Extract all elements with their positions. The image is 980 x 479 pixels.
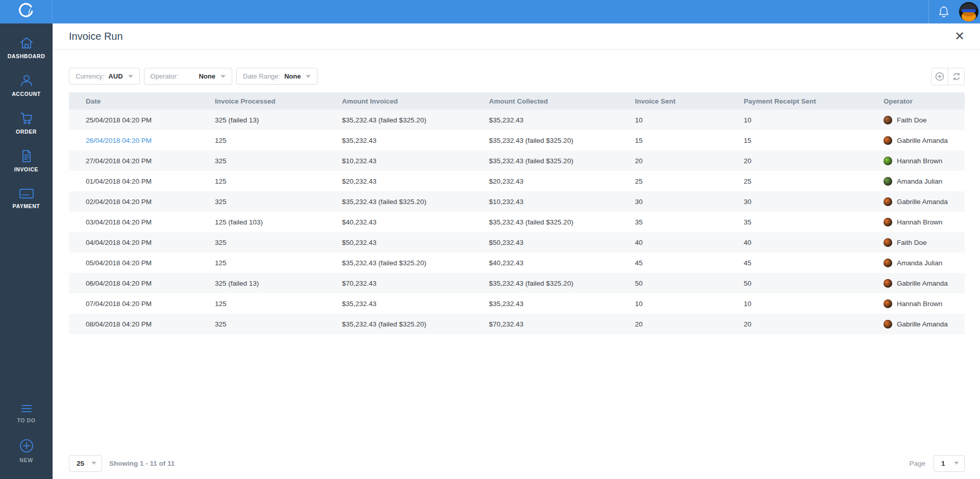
date-text[interactable]: 26/04/2018 04:20 PM (86, 137, 152, 144)
cell-invoice-sent: 20 (618, 314, 727, 334)
operator-name: Faith Doe (897, 116, 927, 124)
brand-logo-icon[interactable] (0, 0, 53, 23)
notifications-bell-icon[interactable] (929, 0, 959, 23)
chevron-down-icon (128, 75, 133, 78)
sidebar-item-new[interactable]: NEW (0, 434, 53, 468)
cell-invoice-processed: 325 (198, 150, 325, 171)
page-title: Invoice Run (69, 31, 123, 42)
cell-amount-invoiced: $35,232.43 (failed $325.20) (325, 314, 472, 334)
home-icon (19, 36, 34, 49)
cell-invoice-processed: 125 (198, 171, 325, 191)
cell-amount-collected: $35,232.43 (472, 110, 618, 130)
date-range-filter-dropdown[interactable]: Date Range: None (236, 68, 318, 85)
cell-invoice-processed: 325 (198, 232, 325, 253)
page-size-value: 25 (77, 460, 84, 467)
date-text: 02/04/2018 04:20 PM (86, 198, 152, 206)
close-icon[interactable]: ✕ (954, 30, 965, 42)
cell-amount-invoiced: $50,232.43 (325, 232, 472, 253)
operator-name: Hannah Brown (897, 218, 942, 226)
cart-icon (19, 112, 34, 125)
cell-amount-invoiced: $35,232.43 (failed $325.20) (325, 191, 472, 212)
cell-invoice-processed: 125 (failed 103) (198, 212, 325, 232)
table-row[interactable]: 26/04/2018 04:20 PM 125 $35,232.43 $35,2… (69, 130, 965, 150)
table-row[interactable]: 06/04/2018 04:20 PM 325 (failed 13) $70,… (69, 273, 965, 293)
cell-amount-invoiced: $35,232.43 (failed $325.20) (325, 110, 472, 130)
date-text: 07/04/2018 04:20 PM (86, 300, 152, 308)
table-row[interactable]: 05/04/2018 04:20 PM 125 $35,232.43 (fail… (69, 253, 965, 273)
column-header-amount-invoiced: Amount Invoiced (325, 92, 472, 110)
date-text: 25/04/2018 04:20 PM (86, 116, 152, 124)
cell-amount-collected: $40,232.43 (472, 253, 618, 273)
sidebar-item-account[interactable]: ACCOUNT (0, 69, 53, 102)
sidebar-item-label: ORDER (16, 129, 37, 135)
table-row[interactable]: 08/04/2018 04:20 PM 325 $35,232.43 (fail… (69, 314, 965, 334)
table-row[interactable]: 01/04/2018 04:20 PM 125 $20,232.43 $20,2… (69, 171, 965, 191)
table-row[interactable]: 25/04/2018 04:20 PM 325 (failed 13) $35,… (69, 110, 965, 130)
operator-filter-dropdown[interactable]: Operator: None (144, 68, 232, 85)
page-number-select[interactable]: 1 (934, 455, 965, 472)
table-row[interactable]: 02/04/2018 04:20 PM 325 $35,232.43 (fail… (69, 191, 965, 212)
page-size-select[interactable]: 25 (69, 455, 102, 472)
operator-avatar (884, 177, 892, 186)
cell-invoice-sent: 15 (618, 130, 727, 150)
cell-operator: Amanda Julian (867, 253, 965, 273)
refresh-button[interactable] (948, 68, 964, 85)
cell-payment-receipt-sent: 10 (727, 110, 867, 130)
cell-amount-collected: $35,232.43 (failed $325.20) (472, 130, 618, 150)
table-actions (931, 68, 965, 85)
date-text: 05/04/2018 04:20 PM (86, 259, 152, 267)
user-avatar[interactable] (959, 2, 979, 22)
sidebar-item-invoice[interactable]: INVOICE (0, 145, 53, 177)
cell-operator: Hannah Brown (867, 293, 965, 314)
operator-avatar (884, 279, 892, 288)
cell-date: 01/04/2018 04:20 PM (69, 171, 198, 191)
cell-payment-receipt-sent: 40 (727, 232, 867, 253)
operator-avatar (884, 197, 892, 206)
chevron-down-icon (220, 75, 226, 78)
sidebar-item-order[interactable]: ORDER (0, 107, 53, 139)
cell-payment-receipt-sent: 50 (727, 273, 867, 293)
cell-payment-receipt-sent: 10 (727, 293, 867, 314)
cell-amount-invoiced: $35,232.43 (325, 130, 472, 150)
cell-invoice-processed: 325 (198, 314, 325, 334)
table-row[interactable]: 07/04/2018 04:20 PM 125 $35,232.43 $35,2… (69, 293, 965, 314)
operator-name: Amanda Julian (897, 178, 942, 185)
cell-invoice-processed: 125 (198, 293, 325, 314)
sidebar-item-payment[interactable]: PAYMENT (0, 183, 53, 214)
cell-payment-receipt-sent: 15 (727, 130, 867, 150)
table-row[interactable]: 27/04/2018 04:20 PM 325 $10,232.43 $35,2… (69, 150, 965, 171)
operator-avatar (884, 218, 892, 226)
cell-operator: Hannah Brown (867, 212, 965, 232)
cell-payment-receipt-sent: 20 (727, 150, 867, 171)
cell-date: 25/04/2018 04:20 PM (69, 110, 198, 130)
table-row[interactable]: 03/04/2018 04:20 PM 125 (failed 103) $40… (69, 212, 965, 232)
cell-amount-invoiced: $35,232.43 (325, 293, 472, 314)
add-invoice-run-button[interactable] (932, 68, 948, 85)
person-icon (19, 74, 34, 87)
cell-amount-invoiced: $20,232.43 (325, 171, 472, 191)
cell-amount-collected: $35,232.43 (failed $325.20) (472, 273, 618, 293)
cell-amount-collected: $50,232.43 (472, 232, 618, 253)
cell-invoice-processed: 325 (198, 191, 325, 212)
cell-payment-receipt-sent: 45 (727, 253, 867, 273)
sidebar-item-dashboard[interactable]: DASHBOARD (0, 32, 53, 64)
sidebar-item-label: PAYMENT (13, 203, 40, 209)
sidebar-item-todo[interactable]: TO DO (0, 399, 53, 428)
credit-card-icon (19, 187, 34, 199)
cell-amount-collected: $70,232.43 (472, 314, 618, 334)
chevron-down-icon (91, 462, 96, 465)
cell-amount-collected: $35,232.43 (failed $325.20) (472, 150, 618, 171)
filter-label: Operator: (151, 72, 179, 80)
operator-avatar (884, 259, 892, 267)
sidebar-bottom: TO DO NEW (0, 399, 53, 468)
table-header: Date Invoice Processed Amount Invoiced A… (69, 92, 965, 110)
date-text: 03/04/2018 04:20 PM (86, 218, 152, 226)
date-text: 27/04/2018 04:20 PM (86, 157, 152, 165)
list-lines-icon (19, 404, 34, 414)
filter-label: Date Range: (243, 72, 280, 80)
currency-filter-dropdown[interactable]: Currency: AUD (69, 68, 140, 85)
operator-avatar (884, 157, 892, 165)
table-row[interactable]: 04/04/2018 04:20 PM 325 $50,232.43 $50,2… (69, 232, 965, 253)
date-text: 01/04/2018 04:20 PM (86, 178, 152, 185)
column-header-amount-collected: Amount Collected (472, 92, 618, 110)
